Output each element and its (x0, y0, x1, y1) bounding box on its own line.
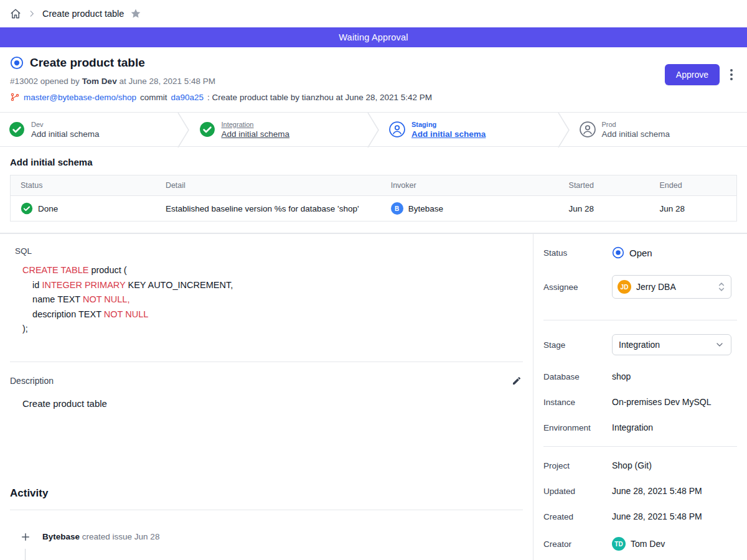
task-invoker: Bytebase (408, 204, 443, 213)
creator-label: Creator (543, 539, 612, 549)
column-header-started: Started (559, 175, 650, 196)
pipeline-stage-dev[interactable]: Dev Add initial schema (0, 113, 177, 146)
column-header-ended: Ended (649, 175, 736, 196)
pipeline-stage-bar: Dev Add initial schema Integration Add i… (0, 112, 747, 147)
instance-value: On-premises Dev MySQL (612, 397, 711, 407)
check-circle-icon (21, 202, 33, 215)
breadcrumb-current: Create product table (42, 9, 124, 19)
issue-open-icon (10, 56, 24, 70)
issue-meta-prefix: #13002 opened by (10, 77, 80, 86)
divider (543, 446, 737, 447)
activity-actor: Bytebase (42, 532, 80, 541)
project-value: Shop (Git) (612, 460, 652, 470)
approval-banner: Waiting Approval (0, 27, 747, 47)
repo-branch-link[interactable]: master@bytebase-demo/shop (24, 93, 136, 102)
approval-banner-text: Waiting Approval (339, 32, 408, 42)
timeline-line (25, 549, 26, 560)
created-label: Created (543, 512, 612, 521)
updated-value: June 28, 2021 5:48 PM (612, 486, 702, 496)
breadcrumb: Create product table (0, 0, 747, 27)
git-branch-icon (10, 92, 20, 102)
divider (543, 320, 737, 320)
environment-label: Environment (543, 423, 612, 432)
status-value: Open (629, 248, 652, 258)
pipeline-stage-prod[interactable]: Prod Add initial schema (571, 113, 747, 146)
stage-label: Stage (543, 340, 612, 350)
home-icon[interactable] (10, 8, 21, 19)
activity-action: created issue Jun 28 (82, 532, 160, 541)
issue-meta-suffix: at June 28, 2021 5:48 PM (119, 77, 215, 86)
column-header-invoker: Invoker (381, 175, 559, 196)
creator-value: Tom Dev (631, 539, 665, 549)
issue-title: Create product table (30, 56, 145, 70)
pipeline-stage-integration[interactable]: Integration Add initial schema (190, 113, 367, 146)
column-header-detail: Detail (156, 175, 381, 196)
task-section-title: Add initial schema (10, 157, 737, 167)
assignee-avatar: JD (618, 280, 631, 294)
project-label: Project (543, 461, 612, 470)
check-circle-icon (199, 121, 215, 138)
environment-value: Integration (612, 422, 653, 432)
issue-main-panel: SQL CREATE TABLE product ( id INTEGER PR… (0, 234, 533, 560)
task-detail: Established baseline version %s for data… (156, 196, 381, 222)
stage-task-label: Add initial schema (222, 129, 290, 139)
commit-message: : Create product table by tianzhou at Ju… (207, 93, 432, 102)
check-circle-icon (9, 121, 25, 138)
commit-word: commit (140, 93, 167, 102)
column-header-status: Status (11, 175, 156, 196)
invoker-avatar: B (391, 202, 403, 215)
task-table: Status Detail Invoker Started Ended Done (10, 175, 737, 222)
plus-icon[interactable] (17, 529, 34, 545)
stage-env-label: Prod (602, 121, 670, 128)
sql-statement: CREATE TABLE product ( id INTEGER PRIMAR… (22, 263, 523, 337)
stage-env-label: Dev (31, 121, 100, 128)
assignee-select[interactable]: JD Jerry DBA (612, 275, 731, 299)
commit-hash-link[interactable]: da90a25 (171, 93, 204, 102)
issue-meta: #13002 opened by Tom Dev at June 28, 202… (10, 77, 737, 86)
creator-avatar: TD (612, 537, 626, 551)
divider (10, 510, 523, 510)
activity-title: Activity (10, 487, 523, 500)
approve-button[interactable]: Approve (665, 64, 720, 85)
activity-entry: Bytebase created issue Jun 28 (17, 529, 523, 545)
stage-separator (177, 113, 190, 146)
chevron-down-icon (715, 340, 725, 350)
description-body: Create product table (22, 398, 523, 409)
stage-separator (557, 113, 571, 146)
chevron-right-icon (27, 9, 36, 18)
person-circle-icon (580, 121, 596, 138)
task-ended: Jun 28 (649, 196, 736, 222)
divider (10, 362, 523, 362)
stage-task-label: Add initial schema (602, 129, 670, 139)
task-started: Jun 28 (559, 196, 650, 222)
issue-author: Tom Dev (82, 77, 117, 86)
task-row[interactable]: Done Established baseline version %s for… (11, 196, 737, 222)
database-value: shop (612, 371, 631, 381)
status-open-icon (612, 246, 624, 259)
stage-task-label: Add initial schema (411, 129, 486, 139)
task-section: Add initial schema Status Detail Invoker… (0, 147, 747, 233)
description-label: Description (10, 376, 54, 386)
stage-separator (367, 113, 380, 146)
stage-env-label: Staging (411, 121, 486, 128)
issue-sidebar: Status Open Assignee JD Jerry DBA (533, 234, 747, 560)
assignee-label: Assignee (543, 282, 612, 292)
star-icon[interactable] (130, 8, 141, 19)
bytebase-issue-page: Create product table Waiting Approval Cr… (0, 0, 747, 560)
kebab-menu-icon[interactable] (728, 67, 735, 82)
edit-pencil-icon[interactable] (510, 375, 523, 387)
stage-env-label: Integration (222, 121, 290, 128)
created-value: June 28, 2021 5:48 PM (612, 511, 702, 521)
status-label: Status (543, 248, 612, 258)
sql-label: SQL (15, 246, 523, 256)
pipeline-stage-staging[interactable]: Staging Add initial schema (380, 113, 557, 146)
task-status: Done (38, 204, 58, 213)
updated-label: Updated (543, 487, 612, 496)
assignee-value: Jerry DBA (636, 282, 676, 292)
issue-header: Create product table #13002 opened by To… (0, 47, 747, 112)
person-circle-icon (389, 121, 405, 138)
instance-label: Instance (543, 398, 612, 407)
stage-select[interactable]: Integration (612, 334, 731, 355)
up-down-chevron-icon (717, 281, 726, 293)
commit-row: master@bytebase-demo/shop commit da90a25… (10, 92, 737, 102)
